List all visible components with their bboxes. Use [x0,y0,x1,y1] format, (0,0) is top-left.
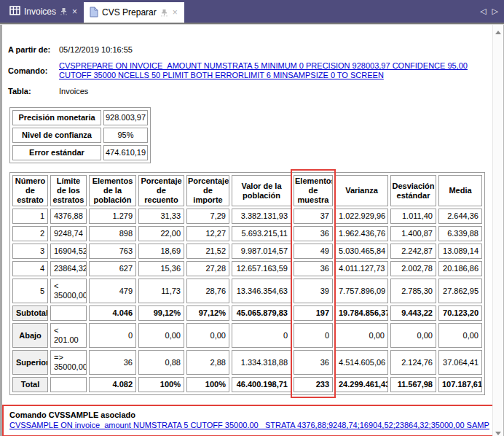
table-cell: 479 [89,279,136,303]
table-cell: 627 [89,261,136,276]
comando-label: Comando: [8,66,52,76]
table-cell: 19.784.856,37 [335,305,388,321]
table-cell: Abajo [12,323,48,348]
table-cell: 39 [294,279,333,303]
table-cell: 2 [12,226,48,241]
cvssample-command-link[interactable]: CVSSAMPLE ON invoice_amount NUMSTRATA 5 … [9,420,489,430]
table-row: 5< 35000,0047911,7328,7613.346.354,63397… [12,279,482,303]
tab-scroll-nav: ◁ ▷ [480,0,498,23]
column-header: Valor de la población [232,175,291,206]
table-cell: 2.785,30 [390,279,436,303]
close-icon[interactable]: × [172,9,178,16]
table-cell: 0,00 [335,323,388,348]
table-cell: 27.862,95 [438,279,482,303]
column-header: Media [438,175,482,206]
table-cell: 20.186,86 [438,261,482,276]
table-cell: 100% [186,377,229,392]
stats-row: Error estándar474.610,19 [12,145,148,160]
table-cell: 4.046 [89,305,136,321]
table-cell: 99,12% [138,305,184,321]
table-cell: 46.400.198,71 [232,377,291,392]
stats-row: Nivel de confianza95% [12,128,148,143]
cvssample-box: Comando CVSSAMPLE asociado CVSSAMPLE ON … [2,405,492,436]
table-cell: 0,00 [138,323,184,348]
column-header: Porcentaje de importe [186,175,229,206]
report-content: A partir de: 05/12/2019 10:16:55 Comando… [0,25,504,436]
tab-invoices-label: Invoices [24,7,56,17]
table-cell: 1.962.436,76 [335,226,388,241]
tabla-value: Invoices [59,87,485,96]
close-icon[interactable]: × [71,8,78,15]
table-cell: 4376,88 [50,209,87,224]
table-cell: 37 [294,209,333,224]
stat-value: 928.003,97 [103,110,148,125]
table-cell: 36 [89,350,136,375]
column-header: Número de estrato [12,175,48,206]
table-cell: 11.567,98 [390,377,436,392]
table-cell: 233 [294,377,333,392]
scroll-up-icon[interactable] [495,31,501,34]
table-cell: 6.339,88 [438,226,482,241]
table-row: 14376,881.27931,337,293.382.131,93371.02… [12,209,482,224]
table-cell: < 35000,00 [50,279,87,303]
table-cell: 1.279 [89,209,136,224]
table-cell: 1.011,40 [390,209,436,224]
table-cell [50,305,87,321]
document-icon [90,7,98,19]
tabla-label: Tabla: [8,87,52,96]
table-cell: 22,00 [138,226,184,241]
table-cell: => 35000,00 [50,350,87,375]
tab-cvs-preparar-label: CVS Preparar [102,7,157,17]
table-row: 29248,7489822,0012,275.693.215,11361.962… [12,226,482,241]
column-header: Elementos de muestra [294,175,333,206]
table-cell: 1.022.929,96 [335,209,388,224]
cvs-prepare-window: Invoices × CVS Preparar [0,0,504,436]
table-cell: 1.334.318,88 [232,350,291,375]
stats-row: Precisión monetaria928.003,97 [12,110,148,125]
scroll-down-icon[interactable] [495,432,501,435]
table-cell: 36 [294,226,333,241]
tab-scroll-right-icon[interactable]: ▷ [492,7,498,16]
stat-value: 95% [103,128,148,143]
stat-label: Error estándar [12,145,101,160]
column-header: Varianza [335,175,388,206]
strata-table: Número de estratoLímite de los estratosE… [9,172,485,395]
table-cell: 898 [89,226,136,241]
cvsprepare-command-link[interactable]: CVSPREPARE ON INVOICE_AMOUNT NUMSTRATA 5… [59,61,485,80]
strata-table-header-row: Número de estratoLímite de los estratosE… [12,175,482,206]
tab-cvs-preparar[interactable]: CVS Preparar × [84,2,184,23]
table-cell: 7.757.896,09 [335,279,388,303]
table-cell: 9.443,22 [390,305,436,321]
a-partir-label: A partir de: [8,45,52,55]
vertical-scrollbar[interactable] [492,25,503,436]
table-cell: 2.242,87 [390,244,436,259]
table-cell: 2.002,78 [390,261,436,276]
pin-icon[interactable] [160,9,168,17]
table-cell: 763 [89,244,136,259]
table-row: Abajo< 201.0000,000,00000,000,000,00 [12,323,482,348]
table-cell: < 201.00 [50,323,87,348]
table-cell: 28,76 [186,279,229,303]
tab-bar: Invoices × CVS Preparar [0,0,504,23]
table-cell: 21,52 [186,244,229,259]
pin-icon[interactable] [60,7,68,15]
a-partir-value: 05/12/2019 10:16:55 [59,45,485,55]
table-cell: 4.514.605,06 [335,350,388,375]
table-cell [50,377,87,392]
table-cell: 0,00 [186,323,229,348]
table-cell: Total [12,377,48,392]
tab-invoices[interactable]: Invoices × [4,0,84,23]
table-cell: 0 [232,323,291,348]
table-cell: 0,00 [390,323,436,348]
table-cell: 107.187,61 [438,377,482,392]
table-row: Total4.082100%100%46.400.198,7123324.299… [12,377,482,392]
report-inner: A partir de: 05/12/2019 10:16:55 Comando… [2,25,492,436]
table-cell: 1.400,87 [390,226,436,241]
tab-scroll-left-icon[interactable]: ◁ [480,7,486,16]
table-cell: 70.123,20 [438,305,482,321]
column-header: Porcentaje de recuento [138,175,184,206]
column-header: Elementos de la población [89,175,136,206]
table-cell: 18,69 [138,244,184,259]
column-header: Desviación estándar [390,175,436,206]
cvssample-title: Comando CVSSAMPLE asociado [9,410,489,420]
